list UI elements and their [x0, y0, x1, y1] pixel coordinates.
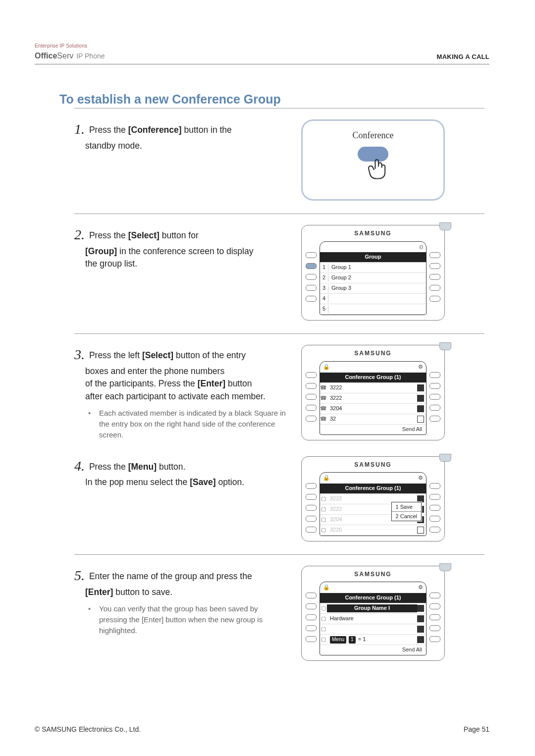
softkey — [429, 285, 440, 291]
lock-icon: 🔒 — [323, 584, 330, 592]
step-4-text: 4. Press the [Menu] button. In the pop m… — [74, 456, 287, 489]
step-4: 4. Press the [Menu] button. In the pop m… — [74, 453, 489, 554]
entry-row: ☎3222 — [320, 393, 426, 404]
screenshot-save-menu: SAMSUNG 🔒⚙ Conference Group (1) ▢3222▢32… — [301, 456, 445, 541]
entry-value: 3220 — [327, 526, 417, 534]
phone-brand: SAMSUNG — [306, 570, 440, 579]
step-5-note: • You can verify that the group has been… — [88, 603, 287, 636]
softkey — [429, 252, 440, 258]
list-row-text: Group 1 — [328, 264, 426, 271]
list-row: 1Group 1 — [320, 263, 426, 273]
step-number: 5. — [74, 568, 85, 583]
gear-icon: ⚙ — [418, 363, 423, 371]
step-1: 1. Press the [Conference] button in the … — [74, 108, 489, 214]
status-square — [417, 495, 424, 502]
screen-title: Group — [320, 253, 426, 261]
phone-tab-icon — [439, 342, 451, 350]
screen-title: Conference Group (1) — [320, 374, 426, 381]
phone-icon: ▢ — [320, 526, 327, 534]
step-3: 3. Press the left [Select] button of the… — [74, 334, 489, 453]
entry-row: ▢3220 — [320, 525, 426, 536]
send-all-label: Send All — [320, 425, 426, 434]
entry-value: 3222 — [327, 394, 417, 402]
entry-row: ☎3204 — [320, 404, 426, 414]
status-square — [417, 384, 424, 391]
phone-brand: SAMSUNG — [306, 461, 440, 469]
brand: Enterprise IP Solutions OfficeServ IP Ph… — [35, 43, 105, 62]
softkey — [429, 263, 440, 269]
step-3-text: 3. Press the left [Select] button of the… — [74, 345, 287, 440]
step-number: 4. — [74, 458, 85, 474]
copyright: © SAMSUNG Electronics Co., Ltd. — [35, 724, 141, 734]
phone-tab-icon — [439, 222, 451, 230]
entry-row: ☎32 — [320, 414, 426, 425]
header-section: MAKING A CALL — [437, 53, 489, 62]
phone-frame: SAMSUNG 🔒⚙ Conference Group (1) ▢Group N… — [301, 566, 445, 661]
screen-title: Conference Group (1) — [320, 485, 426, 492]
phone-icon: ☎ — [320, 384, 327, 392]
lock-icon: 🔒 — [323, 363, 330, 371]
popup-menu: 1 Save 2 Cancel — [391, 502, 422, 521]
page-number: Page 51 — [464, 724, 489, 734]
phone-screen: ⎙ Group 1Group 12Group 23Group 345 — [320, 241, 427, 316]
list-row: 2Group 2 — [320, 273, 426, 283]
softkey-active — [306, 263, 317, 269]
phone-frame: SAMSUNG 🔒⚙ Conference Group (1) ▢3222▢32… — [301, 456, 445, 541]
key-1-chip: 1 — [349, 636, 356, 644]
left-softkeys — [306, 241, 317, 316]
hand-pointer-icon — [368, 157, 398, 188]
page-footer: © SAMSUNG Electronics Co., Ltd. Page 51 — [35, 724, 489, 734]
conference-button: Conference — [301, 119, 445, 201]
step-1-text: 1. Press the [Conference] button in the … — [74, 119, 287, 152]
group-name-row: Group Name I — [327, 604, 417, 612]
entry-value: 32 — [327, 415, 417, 423]
screenshot-enter-numbers: SAMSUNG 🔒⚙ Conference Group (1) ☎3222☎32… — [301, 345, 445, 440]
step-number: 1. — [74, 121, 85, 137]
list-row: 3Group 3 — [320, 283, 426, 294]
phone-icon: ▢ — [320, 505, 327, 513]
softkey — [306, 285, 317, 291]
menu-chip: Menu — [330, 636, 346, 644]
phone-brand: SAMSUNG — [306, 349, 440, 358]
entry-value: 3204 — [327, 405, 417, 413]
popup-item-save: 1 Save — [392, 502, 421, 512]
phone-icon: ▢ — [320, 516, 327, 524]
screen-status-icon: ⎙ — [420, 243, 423, 251]
list-row: 5 — [320, 304, 426, 315]
phone-icon: ☎ — [320, 394, 327, 402]
step-number: 2. — [74, 227, 85, 242]
hardware-row: Hardware — [327, 615, 417, 623]
bullet-dot-icon: • — [88, 603, 99, 636]
step-2: 2. Press the [Select] button for [Group]… — [74, 214, 489, 333]
step-5: 5. Enter the name of the group and press… — [74, 555, 489, 674]
step-number: 3. — [74, 347, 85, 362]
brand-small: Enterprise IP Solutions — [35, 43, 105, 50]
conference-label: Conference — [353, 129, 394, 142]
softkey — [306, 296, 317, 302]
phone-tab-icon — [439, 563, 451, 571]
status-square — [417, 405, 424, 412]
right-softkeys — [429, 241, 440, 316]
send-all-label: Send All — [320, 645, 426, 655]
phone-brand: SAMSUNG — [306, 229, 440, 238]
phone-icon: ☎ — [320, 405, 327, 413]
status-square — [417, 395, 424, 402]
lock-icon: 🔒 — [323, 474, 330, 482]
page-header: Enterprise IP Solutions OfficeServ IP Ph… — [35, 43, 489, 64]
screen-title: Conference Group (1) — [320, 594, 426, 602]
conference-button-illustration: Conference — [301, 119, 445, 201]
phone-tab-icon — [439, 454, 451, 462]
list-row-text: Group 3 — [328, 284, 426, 292]
screenshot-group-list: SAMSUNG ⎙ Group 1Group 12Group 23Group 3… — [301, 225, 445, 321]
phone-screen: 🔒⚙ Conference Group (1) ☎3222☎3222☎3204☎… — [320, 361, 427, 435]
screenshot-group-name: SAMSUNG 🔒⚙ Conference Group (1) ▢Group N… — [301, 566, 445, 661]
softkey — [429, 274, 440, 280]
entry-row: ☎3222 — [320, 383, 426, 393]
phone-screen: 🔒⚙ Conference Group (1) ▢Group Name I ▢H… — [320, 582, 427, 655]
gear-icon: ⚙ — [418, 584, 423, 592]
step-2-text: 2. Press the [Select] button for [Group]… — [74, 225, 287, 270]
status-square — [417, 416, 424, 423]
section-heading: To establish a new Conference Group — [59, 90, 489, 108]
brand-big: OfficeServ IP Phone — [35, 52, 105, 60]
phone-frame: SAMSUNG ⎙ Group 1Group 12Group 23Group 3… — [301, 225, 445, 321]
